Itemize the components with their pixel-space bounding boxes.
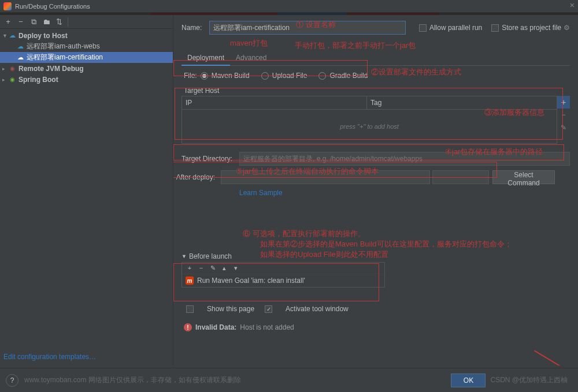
add-config-button[interactable]: +: [2, 16, 14, 28]
radio-gradle-label: Gradle Build: [329, 72, 368, 80]
radio-maven-label: Maven Build: [212, 72, 250, 80]
host-col-ip: IP: [182, 96, 367, 109]
launch-edit-button[interactable]: ✎: [208, 264, 217, 272]
error-icon: !: [184, 323, 192, 331]
title-bar: Run/Debug Configurations: [0, 0, 578, 13]
save-config-button[interactable]: 🖿: [40, 16, 52, 28]
edit-host-button[interactable]: ✎: [557, 121, 570, 134]
host-table: IP Tag press "+" to add host: [181, 96, 557, 144]
error-message: Host is not added: [240, 323, 294, 331]
select-command-button[interactable]: Select Command: [492, 170, 555, 184]
config-tree: ▼☁ Deploy to Host ☁ 远程部署iam-auth-webs ☁ …: [0, 29, 173, 348]
learn-sample-link[interactable]: Learn Sample: [239, 189, 283, 197]
radio-gradle[interactable]: [318, 72, 326, 80]
tree-item-auth-webs[interactable]: ☁ 远程部署iam-auth-webs: [0, 41, 173, 52]
watermark-right: CSDN @优加特遇上西柚: [490, 375, 568, 385]
maven-icon: m: [186, 277, 194, 285]
launch-down-button[interactable]: ▾: [231, 264, 240, 272]
tree-spring-boot[interactable]: ▸ Spring Boot: [0, 74, 173, 85]
radio-maven[interactable]: [201, 72, 208, 80]
tree-item-label: 远程部署iam-certification: [27, 53, 103, 62]
allow-parallel-checkbox[interactable]: [419, 24, 427, 32]
ide-icon: [3, 2, 12, 10]
watermark-left: www.toymoban.com 网络图片仅供展示，非存储，如有侵权请联系删除: [24, 375, 241, 385]
launch-up-button[interactable]: ▴: [220, 264, 229, 272]
error-label: Invalid Data:: [195, 323, 236, 331]
target-host-label: Target Host: [184, 87, 570, 95]
annotation-manual: 手动打包，部署之前手动打一个jar包: [295, 40, 416, 51]
show-page-label: Show this page: [207, 305, 254, 313]
tree-deploy-to-host[interactable]: ▼☁ Deploy to Host: [0, 30, 173, 41]
help-button[interactable]: ?: [6, 374, 18, 387]
store-project-checkbox[interactable]: [491, 24, 499, 32]
host-empty-placeholder: press "+" to add host: [182, 110, 557, 143]
annotation-6-l1: ⑥ 可选项，配置执行部署前的操作。: [243, 229, 365, 239]
window-title: Run/Debug Configurations: [15, 3, 90, 10]
radio-upload-label: Upload File: [272, 72, 307, 80]
remove-config-button[interactable]: −: [15, 16, 27, 28]
config-content: Name: Allow parallel run Store as projec…: [173, 15, 578, 365]
name-input[interactable]: [209, 21, 406, 35]
store-project-label: Store as project file: [502, 24, 561, 32]
before-launch-label: Before launch: [189, 252, 232, 260]
target-dir-input[interactable]: [239, 152, 570, 166]
before-launch-toggle[interactable]: ▼ Before launch: [181, 252, 570, 260]
tree-label: Spring Boot: [18, 76, 58, 84]
copy-config-button[interactable]: ⧉: [28, 16, 39, 28]
add-host-button[interactable]: +: [557, 96, 570, 109]
after-deploy-input[interactable]: [221, 170, 430, 184]
annotation-maven: maven打包: [230, 38, 268, 48]
launch-item[interactable]: m Run Maven Goal 'iam: clean install': [182, 274, 384, 287]
gear-icon[interactable]: ⚙: [564, 24, 570, 32]
before-launch-box: + − ✎ ▴ ▾ m Run Maven Goal 'iam: clean i…: [181, 262, 385, 288]
after-deploy-extra[interactable]: [432, 170, 489, 184]
allow-parallel-label: Allow parallel run: [429, 24, 482, 32]
content-tabs: Deployment Advanced: [181, 51, 570, 66]
config-toolbar: + − ⧉ 🖿 ⇅: [0, 15, 173, 29]
launch-add-button[interactable]: +: [185, 264, 194, 272]
dialog-footer: ? www.toymoban.com 网络图片仅供展示，非存储，如有侵权请联系删…: [0, 368, 578, 392]
host-col-tag: Tag: [367, 96, 385, 109]
close-icon[interactable]: ×: [570, 1, 575, 10]
name-label: Name:: [181, 24, 209, 32]
edit-templates-link[interactable]: Edit configuration templates…: [0, 348, 173, 365]
sidebar: + − ⧉ 🖿 ⇅ ▼☁ Deploy to Host ☁ 远程部署iam-au…: [0, 15, 173, 365]
radio-upload[interactable]: [261, 72, 269, 80]
tree-item-label: 远程部署iam-auth-webs: [27, 42, 100, 51]
file-label: File:: [184, 72, 197, 80]
tree-label: Remote JVM Debug: [18, 65, 84, 73]
arrow-icon: [534, 350, 578, 365]
svg-line-0: [534, 350, 575, 365]
tree-remote-jvm[interactable]: ▸ Remote JVM Debug: [0, 63, 173, 74]
activate-tool-label: Activate tool window: [286, 305, 349, 313]
tree-item-certification[interactable]: ☁ 远程部署iam-certification: [0, 52, 173, 63]
target-dir-label: Target Directory:: [181, 155, 239, 163]
activate-tool-checkbox[interactable]: [265, 305, 272, 313]
annotation-6-l2: 如果在第②步选择的是Maven Build可以在这里配置，服务对应的打包命令；: [260, 239, 512, 249]
show-page-checkbox[interactable]: [186, 305, 194, 313]
launch-remove-button[interactable]: −: [197, 264, 206, 272]
remove-host-button[interactable]: −: [557, 109, 570, 121]
after-deploy-label: After deploy:: [173, 173, 221, 181]
expand-config-button[interactable]: ⇅: [53, 16, 65, 28]
launch-item-label: Run Maven Goal 'iam: clean install': [197, 277, 305, 285]
ok-button[interactable]: OK: [451, 374, 486, 387]
tree-label: Deploy to Host: [18, 32, 68, 40]
tab-advanced[interactable]: Advanced: [230, 51, 272, 65]
tab-deployment[interactable]: Deployment: [181, 51, 230, 65]
